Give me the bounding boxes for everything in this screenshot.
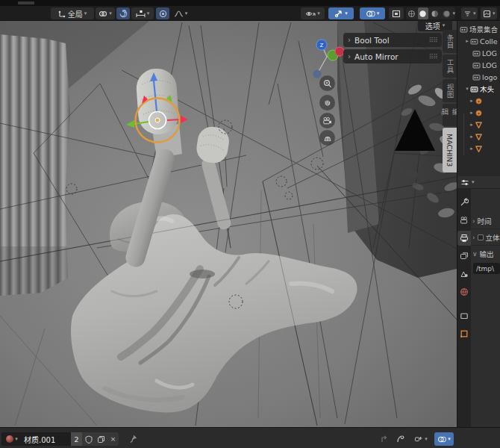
tab-world-properties[interactable] <box>457 284 471 299</box>
pin-button[interactable] <box>128 435 137 444</box>
properties-tab-column <box>457 189 471 427</box>
shading-solid-button[interactable] <box>418 7 429 19</box>
falloff-curve-dropdown[interactable]: ▾ <box>171 7 190 19</box>
snapping-dropdown[interactable]: ▾ <box>96 7 115 19</box>
gizmos-toggle-dropdown[interactable]: ▾ <box>328 7 354 19</box>
node-insert-dropdown[interactable]: ▾ <box>410 432 431 446</box>
drag-handle-icon[interactable]: ⠿⠿ <box>429 37 437 44</box>
tab-collection-properties[interactable] <box>457 308 471 323</box>
snake-hook-button[interactable] <box>394 432 407 446</box>
expander-icon[interactable]: ▸ <box>469 122 475 128</box>
chevron-down-icon: ▾ <box>473 11 476 16</box>
tab-tool-properties[interactable] <box>457 195 471 210</box>
chevron-down-icon: ▾ <box>15 437 18 442</box>
overlays-icon <box>366 10 375 18</box>
stereoscopy-checkbox[interactable] <box>478 234 484 240</box>
drag-handle-icon[interactable]: ⠿⠿ <box>429 53 437 60</box>
transform-orientation-dropdown[interactable]: 全局 ▾ <box>51 7 94 19</box>
shading-rendered-button[interactable] <box>441 10 452 18</box>
expander-icon[interactable]: ▸ <box>469 146 475 152</box>
chevron-right-icon: › <box>472 217 475 225</box>
tab-view[interactable]: 视图 <box>443 79 457 102</box>
xray-icon <box>392 10 401 18</box>
falloff-dot-button[interactable] <box>156 7 169 19</box>
proportional-falloff-spiral-button[interactable] <box>116 7 130 19</box>
tab-item[interactable]: 条目 <box>443 30 457 53</box>
hook-icon <box>396 435 405 444</box>
expander-icon[interactable]: ▸ <box>469 134 475 140</box>
collection-icon <box>472 61 481 69</box>
collection-icon <box>470 85 478 93</box>
tab-view-layer-properties[interactable] <box>457 249 471 264</box>
object-square-icon <box>460 329 469 338</box>
shading-material-button[interactable] <box>429 10 440 18</box>
copy-icon <box>97 435 105 444</box>
expander-icon[interactable]: ▸ <box>464 38 470 44</box>
zoom-button[interactable] <box>319 75 335 91</box>
outliner-row-log1[interactable]: LOG <box>457 47 500 59</box>
view-object-types-dropdown[interactable]: ▾ <box>301 7 325 19</box>
collection-icon <box>472 73 481 81</box>
shading-wireframe-button[interactable] <box>406 10 417 18</box>
bottom-header-bar: ▾ 材质.001 2 × <box>0 427 500 448</box>
mesh-cone-icon <box>475 145 483 153</box>
output-path-field[interactable]: /tmp\ <box>473 263 500 274</box>
axis-z-label: Z <box>320 43 324 49</box>
outliner-filter-button[interactable]: ▾ <box>461 7 478 19</box>
proportional-editing-dropdown[interactable]: ▾ <box>131 7 154 19</box>
tab-render-properties[interactable] <box>457 213 471 228</box>
tab-tool[interactable]: 工具 <box>443 55 457 78</box>
expander-icon[interactable]: ▾ <box>464 86 470 92</box>
outliner-row-wood[interactable]: ▾ 木头 <box>457 83 500 95</box>
panel-header-time[interactable]: › 时间 <box>472 215 500 226</box>
outliner-row-logo[interactable]: logo <box>457 71 500 83</box>
tab-output-properties[interactable] <box>457 231 471 246</box>
tab-scene-properties[interactable] <box>457 267 471 281</box>
xray-toggle[interactable] <box>389 7 404 19</box>
tab-machin3[interactable]: MACHIN3 <box>443 128 457 172</box>
panel-auto-mirror[interactable]: › Auto Mirror ⠿⠿ <box>343 49 442 63</box>
overlays-toggle-dropdown[interactable]: ▾ <box>360 7 385 19</box>
outliner-row-collection[interactable]: ▸ Colle <box>457 35 500 47</box>
magnifier-icon <box>323 79 332 88</box>
camera-view-button[interactable] <box>319 113 335 128</box>
tab-object-properties[interactable] <box>457 326 471 341</box>
panel-header-output[interactable]: ∨ 输出 <box>472 248 500 259</box>
fake-user-button[interactable] <box>82 432 95 446</box>
pan-button[interactable] <box>319 95 335 111</box>
parent-navigate-button[interactable] <box>378 432 391 446</box>
properties-panel: ▾ <box>457 176 500 427</box>
expander-icon[interactable]: ▸ <box>469 98 475 104</box>
material-users-count[interactable]: 2 <box>71 432 82 446</box>
outliner-display-mode-button[interactable]: ▾ <box>481 7 497 19</box>
window-menu-fragment <box>18 1 34 4</box>
panel-header-stereoscopy[interactable]: › 立体 <box>472 231 500 243</box>
chevron-down-icon: ▾ <box>84 11 87 16</box>
viewport-3d[interactable]: Z <box>0 0 500 448</box>
curtain-mesh[interactable] <box>0 30 72 299</box>
orientation-pivot-icon <box>58 10 66 18</box>
properties-editor-type-button[interactable]: ▾ <box>457 176 500 189</box>
chevron-down-icon: ▾ <box>493 11 496 16</box>
orthographic-toggle-button[interactable] <box>319 130 335 146</box>
outliner-indent-guide <box>463 113 464 155</box>
material-name-field[interactable]: 材质.001 <box>22 432 71 446</box>
outliner-row-log2[interactable]: LOG <box>457 59 500 71</box>
shield-icon <box>85 435 93 444</box>
chevron-down-icon: ∨ <box>472 250 478 258</box>
unlink-material-button[interactable]: × <box>107 432 119 446</box>
chevron-down-icon: ▾ <box>109 11 112 16</box>
snap-toggle-button[interactable]: ▾ <box>434 432 454 446</box>
outliner-row-scene-collection[interactable]: 场景集合 <box>457 23 500 35</box>
viewport-header: 全局 ▾ ▾ ▾ <box>0 6 500 21</box>
grid-icon <box>323 134 332 143</box>
outliner-row-object[interactable]: ▸ <box>457 95 500 107</box>
panel-auto-mirror-label: Auto Mirror <box>354 52 399 61</box>
collection-box-icon <box>460 311 469 320</box>
expander-icon[interactable]: ▸ <box>469 110 475 116</box>
panel-bool-tool[interactable]: › Bool Tool ⠿⠿ <box>343 33 442 47</box>
tab-edit[interactable]: 编辑 <box>443 104 457 126</box>
mesh-cone-icon <box>475 121 483 129</box>
material-browse-button[interactable]: ▾ <box>1 432 22 446</box>
new-material-button[interactable] <box>95 432 107 446</box>
